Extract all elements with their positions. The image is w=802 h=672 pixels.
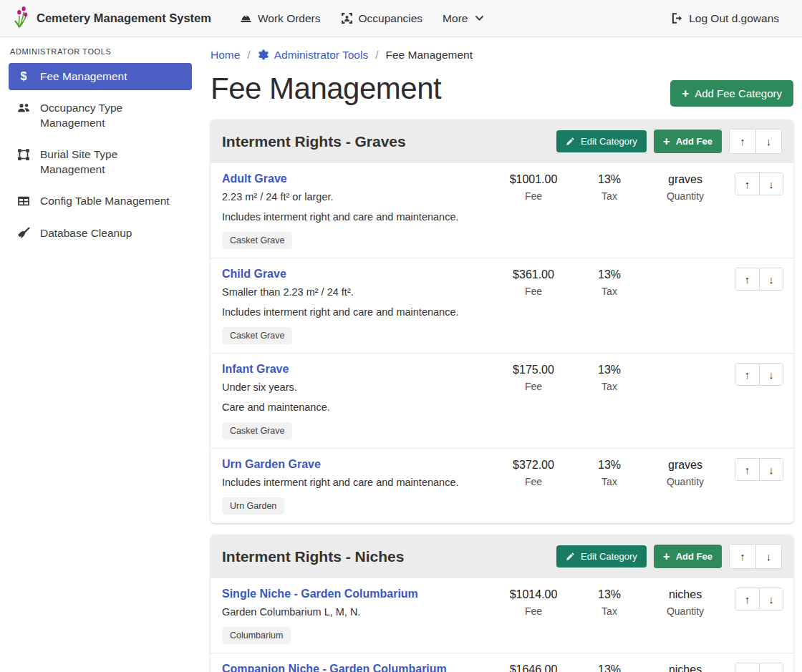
move-category-up-button[interactable]: ↑ (730, 130, 755, 153)
fee-quantity-value: niches (647, 663, 723, 672)
nav-more-label: More (443, 12, 468, 25)
move-category-down-button[interactable]: ↓ (755, 545, 781, 568)
fee-amount-col: $1014.00 Fee (496, 588, 571, 617)
fee-tax-value: 13% (571, 663, 647, 672)
fee-type-badge: Casket Grave (222, 232, 292, 249)
logout-button[interactable]: Log Out d.gowans (661, 6, 789, 31)
fee-reorder-group: ↑ ↓ (735, 363, 783, 386)
fee-type-badge: Casket Grave (222, 327, 292, 344)
logout-label: Log Out d.gowans (689, 12, 779, 25)
add-fee-category-button[interactable]: + Add Fee Category (670, 80, 793, 107)
category-header: Interment Rights - Graves Edit Category … (211, 120, 793, 163)
move-fee-up-button[interactable]: ↑ (735, 588, 759, 610)
edit-category-label: Edit Category (581, 136, 637, 147)
fee-quantity-label: Quantity (647, 605, 723, 617)
fee-desc2: Includes interment right and care and ma… (222, 305, 488, 320)
fee-name-link[interactable]: Urn Garden Grave (222, 458, 321, 471)
sidebar-item-occupancy-type[interactable]: Occupancy Type Management (9, 94, 192, 137)
fee-desc1: Smaller than 2.23 m² / 24 ft². (222, 285, 488, 300)
tulip-logo-icon (13, 6, 30, 31)
move-fee-down-button[interactable]: ↓ (759, 364, 783, 385)
page-title: Fee Management (211, 72, 441, 106)
add-fee-category-label: Add Fee Category (695, 87, 782, 99)
fee-name-link[interactable]: Single Niche - Garden Columbarium (222, 588, 418, 600)
move-category-up-button[interactable]: ↑ (730, 545, 755, 568)
breadcrumb-home-link[interactable]: Home (211, 49, 240, 62)
edit-category-button[interactable]: Edit Category (556, 130, 647, 152)
fee-reorder-group: ↑ ↓ (735, 588, 783, 610)
fee-tax-value: 13% (571, 364, 647, 376)
fee-amount-label: Fee (496, 476, 571, 487)
add-fee-label: Add Fee (676, 551, 712, 562)
fee-tax-label: Tax (571, 605, 647, 617)
fee-row: Urn Garden Grave Includes interment righ… (211, 449, 793, 523)
fee-tax-col: 13% Tax (571, 172, 647, 202)
move-fee-up-button[interactable]: ↑ (735, 663, 759, 672)
nav-more[interactable]: More (433, 6, 494, 31)
move-fee-up-button[interactable]: ↑ (735, 173, 759, 195)
sidebar-item-database-cleanup[interactable]: Database Cleanup (9, 220, 192, 247)
fee-tax-value: 13% (571, 268, 647, 281)
move-fee-up-button[interactable]: ↑ (735, 459, 759, 480)
fee-tax-col: 13% Tax (571, 458, 647, 487)
sidebar-heading: ADMINISTRATOR TOOLS (0, 44, 200, 63)
sidebar-item-fee-management[interactable]: $ Fee Management (9, 63, 192, 90)
fee-tax-value: 13% (571, 588, 647, 601)
fee-reorder-group: ↑ ↓ (735, 663, 783, 672)
breadcrumb-separator: / (375, 49, 378, 62)
hard-hat-icon (240, 12, 252, 24)
fee-reorder-group: ↑ ↓ (735, 268, 783, 291)
fee-amount-value: $1646.00 (496, 663, 571, 672)
move-fee-down-button[interactable]: ↓ (759, 268, 783, 290)
sidebar-item-config-table[interactable]: Config Table Management (9, 188, 192, 215)
category-reorder-group: ↑ ↓ (729, 129, 782, 154)
breadcrumb-current: Fee Management (386, 49, 473, 62)
nav-occupancies[interactable]: Occupancies (331, 6, 433, 31)
move-fee-down-button[interactable]: ↓ (759, 173, 783, 195)
fee-tax-col: 13% Tax (571, 588, 647, 617)
fee-tax-label: Tax (571, 286, 647, 297)
sidebar-item-label: Occupancy Type Management (40, 101, 185, 130)
fee-main: Child Grave Smaller than 2.23 m² / 24 ft… (222, 268, 496, 344)
fee-desc1: 2.23 m² / 24 ft² or larger. (222, 190, 488, 205)
fee-name-link[interactable]: Infant Grave (222, 363, 289, 376)
users-icon (17, 102, 30, 115)
plus-icon: + (663, 550, 670, 563)
sidebar-item-burial-site-type[interactable]: Burial Site Type Management (9, 141, 192, 183)
fee-tax-value: 13% (571, 173, 647, 186)
chevron-down-icon (475, 14, 484, 23)
add-fee-button[interactable]: + Add Fee (654, 130, 722, 153)
fee-name-link[interactable]: Companion Niche - Garden Columbarium (222, 663, 447, 672)
fee-amount-label: Fee (496, 190, 571, 202)
pencil-icon (566, 137, 575, 146)
plus-icon: + (663, 135, 670, 147)
fee-quantity-value: graves (647, 459, 723, 472)
sidebar-item-label: Database Cleanup (40, 226, 132, 240)
move-fee-up-button[interactable]: ↑ (735, 364, 759, 385)
brand[interactable]: Cemetery Management System (13, 6, 211, 31)
fee-row: Companion Niche - Garden Columbarium Gar… (211, 653, 793, 672)
fee-tax-col: 13% Tax (571, 268, 647, 297)
fee-desc1: Includes interment right and care and ma… (222, 475, 488, 490)
sidebar: ADMINISTRATOR TOOLS $ Fee Management Occ… (0, 37, 200, 672)
fee-type-badge: Casket Grave (222, 422, 292, 439)
add-fee-button[interactable]: + Add Fee (654, 545, 722, 568)
nav-work-orders[interactable]: Work Orders (230, 6, 331, 31)
fee-name-link[interactable]: Child Grave (222, 268, 286, 281)
broom-icon (17, 227, 30, 240)
move-fee-down-button[interactable]: ↓ (759, 663, 783, 672)
sign-out-icon (671, 12, 683, 24)
fee-main: Companion Niche - Garden Columbarium Gar… (222, 663, 496, 672)
fee-tax-label: Tax (571, 476, 647, 487)
move-fee-down-button[interactable]: ↓ (759, 459, 783, 480)
fee-main: Single Niche - Garden Columbarium Garden… (222, 588, 496, 644)
edit-category-button[interactable]: Edit Category (556, 545, 647, 568)
breadcrumb-admin-link[interactable]: Administrator Tools (258, 49, 369, 62)
fee-quantity-value: graves (647, 173, 723, 186)
brand-title: Cemetery Management System (37, 11, 211, 25)
move-category-down-button[interactable]: ↓ (755, 130, 781, 153)
move-fee-up-button[interactable]: ↑ (735, 268, 759, 290)
move-fee-down-button[interactable]: ↓ (759, 588, 783, 610)
fee-category-card: Interment Rights - Niches Edit Category … (211, 535, 793, 672)
fee-name-link[interactable]: Adult Grave (222, 172, 287, 185)
